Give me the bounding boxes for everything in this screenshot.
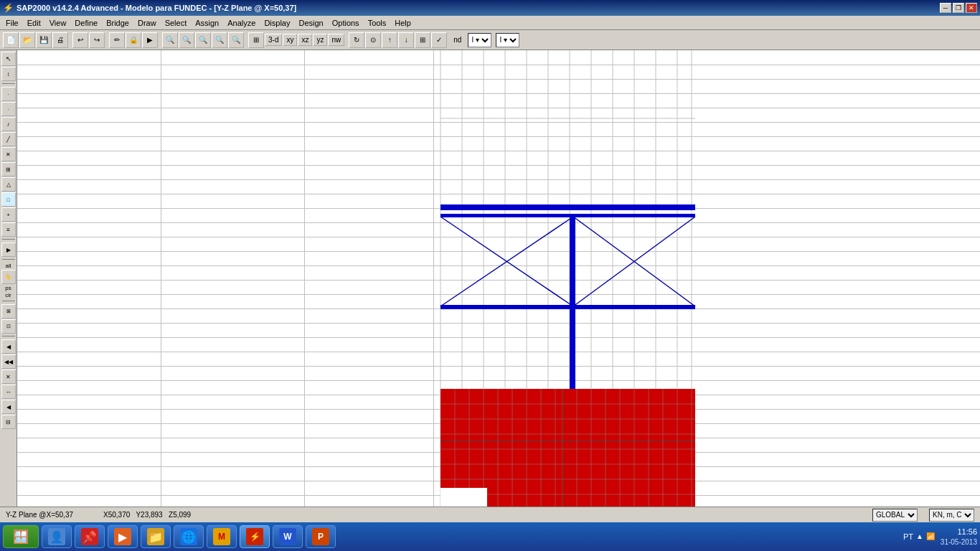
view-nw-label[interactable]: nw: [328, 34, 344, 46]
taskbar-ie-button[interactable]: 🌐: [174, 525, 204, 548]
close-button[interactable]: ✕: [966, 3, 977, 13]
menu-display[interactable]: Display: [260, 17, 294, 29]
maximize-button[interactable]: ❐: [953, 3, 964, 13]
line-button[interactable]: /: [1, 117, 16, 131]
left3-button[interactable]: ◀: [1, 400, 16, 414]
zoom-fit-button[interactable]: 🔍: [195, 32, 211, 48]
tri-button[interactable]: △: [1, 177, 16, 192]
all-button[interactable]: 👆: [1, 270, 16, 284]
check-button[interactable]: ✓: [431, 32, 447, 48]
status-bar: Y-Z Plane @X=50,37 X50,370 Y23,893 Z5,09…: [0, 507, 980, 522]
menu-assign[interactable]: Assign: [191, 17, 223, 29]
persp-button[interactable]: ⊙: [365, 32, 381, 48]
menu-draw[interactable]: Draw: [133, 17, 161, 29]
pattern2-button[interactable]: ⊡: [1, 319, 16, 334]
left-arrow-button[interactable]: ◀: [1, 339, 16, 354]
view-xy-label[interactable]: xy: [283, 34, 297, 46]
date-display: 31-05-2013: [941, 537, 977, 547]
select-pointer-button[interactable]: ↖: [1, 52, 16, 66]
up-button[interactable]: ↑: [382, 32, 397, 48]
zoom-prev-button[interactable]: 🔍: [228, 32, 244, 48]
menu-define[interactable]: Define: [70, 17, 102, 29]
clock-display: 11:56 31-05-2013: [941, 527, 977, 546]
taskbar-ppt-button[interactable]: P: [306, 525, 336, 548]
taskbar-pin-button[interactable]: 📌: [75, 525, 105, 548]
menu-design[interactable]: Design: [294, 17, 327, 29]
zoom-in-button[interactable]: 🔍: [162, 32, 178, 48]
menu-select[interactable]: Select: [161, 17, 192, 29]
redo-button[interactable]: ↪: [89, 32, 105, 48]
cross-button[interactable]: ✕: [1, 147, 16, 161]
window-title: SAP2000 v14.2.4 Advanced - Modelo para F…: [17, 4, 296, 12]
view-xz-label[interactable]: xz: [298, 34, 312, 46]
zoom-out-button[interactable]: 🔍: [179, 32, 194, 48]
taskbar: 🪟 👤 📌 ▶ 📁 🌐 M ⚡ W P PT ▲ 📶 11:56 31-05-2…: [0, 522, 980, 551]
svg-line-19: [573, 217, 695, 306]
menu-edit[interactable]: Edit: [23, 17, 45, 29]
app-icon: ⚡: [3, 3, 14, 13]
menu-help[interactable]: Help: [390, 17, 415, 29]
view-3d-label[interactable]: 3-d: [265, 34, 282, 46]
taskbar-user-button[interactable]: 👤: [42, 525, 72, 548]
undo-button[interactable]: ↩: [72, 32, 88, 48]
point-button[interactable]: ·: [1, 87, 16, 101]
arrows-button[interactable]: ↔: [1, 385, 16, 399]
cross2-button[interactable]: ✕: [1, 369, 16, 384]
taskbar-word-button[interactable]: W: [273, 525, 303, 548]
new-button[interactable]: 📄: [3, 32, 19, 48]
main-layout: ↖ ↕ · · / ╱ ✕ ⊞ △ □ + ≡ ▶ all 👆 ps clr ⊠…: [0, 50, 980, 507]
minimize-button[interactable]: ─: [940, 3, 951, 13]
taskbar-matlab-button[interactable]: M: [207, 525, 237, 548]
open-button[interactable]: 📂: [19, 32, 35, 48]
save-button[interactable]: 💾: [36, 32, 52, 48]
svg-line-17: [440, 217, 573, 306]
coord-system-dropdown[interactable]: GLOBAL: [872, 509, 918, 522]
plane-status: Y-Z Plane @X=50,37: [6, 511, 92, 519]
menu-options[interactable]: Options: [328, 17, 364, 29]
svg-line-16: [440, 217, 573, 306]
add-button[interactable]: +: [1, 207, 16, 222]
left-toolbar: ↖ ↕ · · / ╱ ✕ ⊞ △ □ + ≡ ▶ all 👆 ps clr ⊠…: [0, 50, 17, 507]
print-button[interactable]: 🖨: [52, 32, 68, 48]
show-grid-button[interactable]: ⊞: [415, 32, 430, 48]
display-dropdown2[interactable]: I ▾: [496, 33, 519, 47]
menu-analyze[interactable]: Analyze: [223, 17, 260, 29]
svg-rect-21: [570, 306, 575, 389]
svg-rect-20: [570, 217, 575, 306]
left-arrow2-button[interactable]: ◀◀: [1, 354, 16, 369]
taskbar-explorer-button[interactable]: 📁: [141, 525, 171, 548]
play-button[interactable]: ▶: [1, 242, 16, 257]
menu-tools[interactable]: Tools: [364, 17, 391, 29]
taskbar-sap-button[interactable]: ⚡: [240, 525, 270, 548]
menu-file[interactable]: File: [1, 17, 23, 29]
display-dropdown1[interactable]: I ▾: [468, 33, 491, 47]
lock-button[interactable]: 🔒: [126, 32, 141, 48]
area-button[interactable]: ⊞: [1, 162, 16, 176]
minus-button[interactable]: ⊟: [1, 415, 16, 429]
clr-label: clr: [5, 292, 11, 298]
run-button[interactable]: ▶: [142, 32, 158, 48]
draw-button[interactable]: ✏: [109, 32, 125, 48]
taskbar-media-button[interactable]: ▶: [108, 525, 138, 548]
svg-rect-14: [440, 214, 695, 217]
canvas-area[interactable]: [17, 50, 980, 507]
list-button[interactable]: ≡: [1, 222, 16, 237]
select-move-button[interactable]: ↕: [1, 67, 16, 81]
grid-button[interactable]: ⊞: [248, 32, 264, 48]
view-yz-label[interactable]: yz: [313, 34, 327, 46]
rect-button[interactable]: □: [1, 192, 16, 207]
menu-view[interactable]: View: [45, 17, 71, 29]
down-button[interactable]: ↓: [398, 32, 414, 48]
rotate-button[interactable]: ↻: [349, 32, 364, 48]
point2-button[interactable]: ·: [1, 102, 16, 116]
poly-button[interactable]: ╱: [1, 132, 16, 146]
all-label: all: [5, 263, 11, 269]
units-dropdown[interactable]: KN, m, C: [929, 509, 974, 522]
zoom-window-button[interactable]: 🔍: [212, 32, 227, 48]
pattern-button[interactable]: ⊠: [1, 304, 16, 319]
nd-label: nd: [451, 36, 463, 44]
menu-bridge[interactable]: Bridge: [102, 17, 133, 29]
time-display: 11:56: [941, 527, 977, 537]
system-tray: PT ▲ 📶: [903, 532, 935, 541]
start-button[interactable]: 🪟: [3, 525, 39, 548]
